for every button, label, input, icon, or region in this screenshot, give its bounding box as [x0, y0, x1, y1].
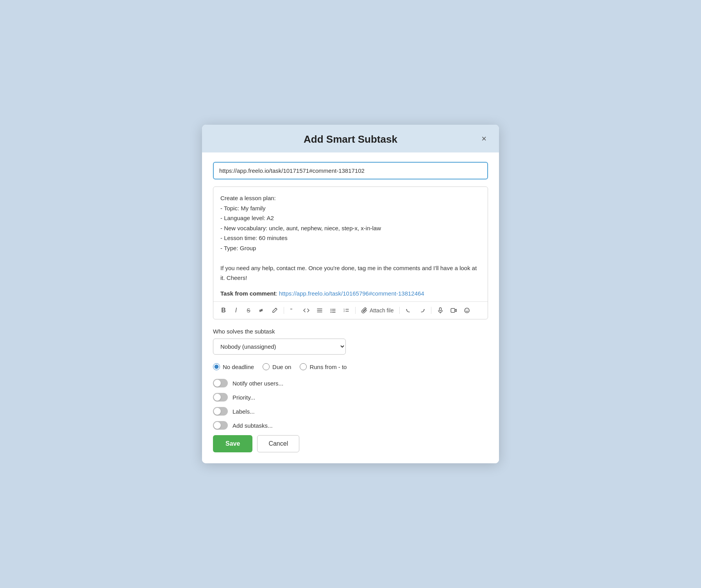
- content-line: - Topic: My family: [220, 203, 481, 213]
- svg-point-19: [468, 310, 469, 310]
- content-line: [220, 253, 481, 263]
- content-text[interactable]: Create a lesson plan: - Topic: My family…: [213, 187, 488, 301]
- close-button[interactable]: ×: [478, 133, 490, 145]
- task-from-comment-label: Task from comment: [220, 290, 275, 297]
- strikethrough-button[interactable]: S: [243, 305, 254, 316]
- code-button[interactable]: [300, 305, 312, 316]
- labels-label: Labels...: [232, 408, 255, 415]
- add-subtasks-toggle[interactable]: [213, 421, 228, 430]
- labels-toggle[interactable]: [213, 407, 228, 416]
- svg-text:2.: 2.: [343, 310, 345, 312]
- svg-point-18: [466, 310, 467, 310]
- no-deadline-radio[interactable]: [213, 363, 220, 370]
- bold-button[interactable]: B: [218, 305, 229, 316]
- modal-title: Add Smart Subtask: [304, 133, 397, 145]
- deadline-row: No deadline Due on Runs from - to: [213, 363, 488, 370]
- redo-button[interactable]: [416, 305, 428, 316]
- no-deadline-label: No deadline: [223, 364, 254, 370]
- toolbar-separator-3: [399, 307, 400, 314]
- task-from-comment-link[interactable]: https://app.freelo.io/task/10165796#comm…: [279, 290, 424, 297]
- save-button[interactable]: Save: [213, 435, 252, 452]
- toolbar-separator-2: [355, 307, 356, 314]
- mic-button[interactable]: [435, 305, 446, 316]
- add-subtasks-label: Add subtasks...: [232, 422, 273, 429]
- due-on-radio[interactable]: [263, 363, 270, 370]
- modal-body: Create a lesson plan: - Topic: My family…: [202, 152, 499, 463]
- editor-toolbar: B I S ": [213, 301, 488, 319]
- priority-toggle-row: Priority...: [213, 393, 488, 402]
- svg-point-17: [465, 308, 469, 313]
- emoji-button[interactable]: [461, 305, 473, 316]
- video-button[interactable]: [448, 305, 460, 316]
- quote-button[interactable]: ": [287, 305, 299, 316]
- attach-file-label: Attach file: [370, 307, 393, 314]
- content-line: - Type: Group: [220, 243, 481, 253]
- italic-button[interactable]: I: [231, 305, 241, 316]
- link-button[interactable]: [256, 305, 267, 316]
- labels-toggle-row: Labels...: [213, 407, 488, 416]
- runs-from-to-radio[interactable]: [300, 363, 307, 370]
- content-line: - Language level: A2: [220, 213, 481, 223]
- notify-toggle-row: Notify other users...: [213, 379, 488, 387]
- assignee-label: Who solves the subtask: [213, 328, 488, 335]
- url-input[interactable]: [213, 162, 488, 179]
- modal-dialog: Add Smart Subtask × Create a lesson plan…: [202, 125, 499, 463]
- assignee-select[interactable]: Nobody (unassigned): [213, 339, 346, 355]
- numbered-list-button[interactable]: 1. 2.: [340, 305, 352, 316]
- content-line: - Lesson time: 60 minutes: [220, 233, 481, 243]
- content-line: If you need any help, contact me. Once y…: [220, 263, 481, 283]
- runs-from-to-option[interactable]: Runs from - to: [300, 363, 347, 370]
- no-deadline-option[interactable]: No deadline: [213, 363, 254, 370]
- svg-point-6: [331, 310, 331, 311]
- modal-header: Add Smart Subtask ×: [202, 125, 499, 152]
- undo-button[interactable]: [403, 305, 415, 316]
- bullet-list-button[interactable]: [327, 305, 339, 316]
- svg-point-8: [331, 312, 331, 313]
- due-on-label: Due on: [272, 364, 291, 370]
- notify-label: Notify other users...: [232, 380, 283, 387]
- svg-text:": ": [290, 307, 292, 314]
- align-button[interactable]: [314, 305, 325, 316]
- svg-point-4: [331, 309, 331, 310]
- priority-toggle[interactable]: [213, 393, 228, 402]
- toolbar-separator: [284, 307, 284, 314]
- svg-rect-14: [440, 308, 442, 311]
- add-subtasks-toggle-row: Add subtasks...: [213, 421, 488, 430]
- content-line: Create a lesson plan:: [220, 193, 481, 203]
- svg-rect-16: [451, 308, 455, 312]
- toolbar-separator-4: [431, 307, 431, 314]
- pen-button[interactable]: [269, 305, 281, 316]
- task-from-comment: Task from comment: https://app.freelo.io…: [220, 289, 481, 299]
- priority-label: Priority...: [232, 394, 255, 401]
- runs-from-to-label: Runs from - to: [309, 364, 347, 370]
- content-area: Create a lesson plan: - Topic: My family…: [213, 186, 488, 319]
- due-on-option[interactable]: Due on: [263, 363, 291, 370]
- content-line: - New vocabulary: uncle, aunt, nephew, n…: [220, 223, 481, 233]
- cancel-button[interactable]: Cancel: [257, 435, 299, 452]
- notify-toggle[interactable]: [213, 379, 228, 387]
- attach-file-button[interactable]: Attach file: [359, 305, 396, 316]
- footer-buttons: Save Cancel: [213, 435, 488, 452]
